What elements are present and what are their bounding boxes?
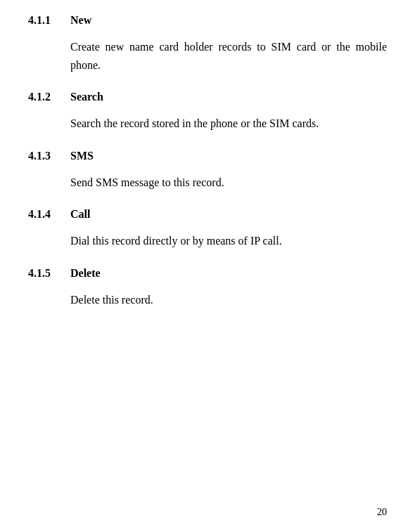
section-heading: 4.1.2Search bbox=[28, 91, 387, 103]
section-number: 4.1.2 bbox=[28, 91, 70, 103]
section-heading: 4.1.3SMS bbox=[28, 150, 387, 162]
section-body: Send SMS message to this record. bbox=[28, 174, 387, 192]
section-heading: 4.1.5Delete bbox=[28, 267, 387, 280]
section-body: Search the record stored in the phone or… bbox=[28, 115, 387, 133]
section-4-1-3: 4.1.3SMSSend SMS message to this record. bbox=[28, 150, 387, 192]
section-heading: 4.1.1New bbox=[28, 14, 387, 27]
section-4-1-5: 4.1.5DeleteDelete this record. bbox=[28, 267, 387, 309]
section-body: Create new name card holder records to S… bbox=[28, 38, 387, 74]
section-number: 4.1.5 bbox=[28, 267, 70, 280]
section-title: Search bbox=[70, 91, 103, 103]
section-title: New bbox=[70, 14, 91, 27]
section-4-1-1: 4.1.1NewCreate new name card holder reco… bbox=[28, 14, 387, 74]
section-body: Dial this record directly or by means of… bbox=[28, 232, 387, 250]
section-title: Delete bbox=[70, 267, 101, 280]
section-body: Delete this record. bbox=[28, 291, 387, 309]
section-number: 4.1.3 bbox=[28, 150, 70, 162]
page-number: 20 bbox=[377, 507, 387, 518]
section-title: Call bbox=[70, 208, 90, 221]
section-number: 4.1.1 bbox=[28, 14, 70, 27]
section-4-1-4: 4.1.4CallDial this record directly or by… bbox=[28, 208, 387, 250]
section-number: 4.1.4 bbox=[28, 208, 70, 221]
section-4-1-2: 4.1.2SearchSearch the record stored in t… bbox=[28, 91, 387, 133]
section-heading: 4.1.4Call bbox=[28, 208, 387, 221]
section-title: SMS bbox=[70, 150, 94, 162]
